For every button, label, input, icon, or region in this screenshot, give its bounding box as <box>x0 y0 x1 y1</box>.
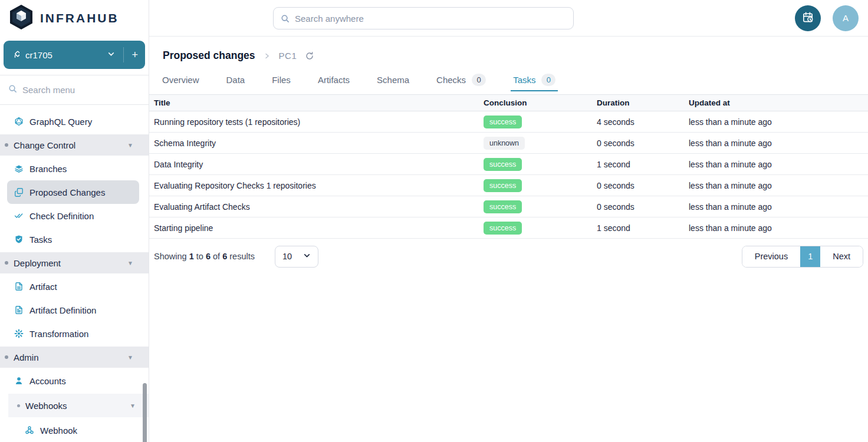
tab-files[interactable]: Files <box>271 68 292 91</box>
branches-icon <box>14 164 24 173</box>
cell-updated-at: less than a minute ago <box>689 160 868 169</box>
avatar[interactable]: A <box>833 5 859 31</box>
sidebar-item-label: Proposed Changes <box>29 187 105 197</box>
cell-title: Schema Integrity <box>154 138 484 148</box>
tab-artifacts[interactable]: Artifacts <box>317 68 351 91</box>
tab-bar: OverviewDataFilesArtifactsSchemaChecks0T… <box>149 68 868 91</box>
status-badge: unknown <box>484 137 525 150</box>
sidebar-item-branches[interactable]: Branches <box>7 157 139 180</box>
logo[interactable]: INFRAHUB <box>0 0 149 37</box>
tab-label: Tasks <box>513 75 535 85</box>
sidebar-item-graphql-query[interactable]: GraphQL Query <box>7 110 139 133</box>
cell-updated-at: less than a minute ago <box>689 223 868 233</box>
tab-overview[interactable]: Overview <box>161 68 200 91</box>
chevron-down-icon[interactable] <box>107 50 115 60</box>
global-search-input[interactable] <box>295 14 542 24</box>
cell-conclusion: success <box>484 179 597 192</box>
results-from: 1 <box>189 252 194 261</box>
cell-updated-at: less than a minute ago <box>689 117 868 127</box>
sidebar-section-change-control[interactable]: Change Control▼ <box>0 134 149 156</box>
chevron-right-icon <box>264 52 271 60</box>
bullet-icon <box>17 404 20 407</box>
column-header-duration: Duration <box>597 98 689 107</box>
bullet-icon <box>5 261 8 265</box>
infrahub-logo-icon <box>8 4 34 33</box>
page-size-value: 10 <box>282 252 292 261</box>
tab-label: Artifacts <box>318 75 350 85</box>
status-badge: success <box>484 179 522 192</box>
tab-tasks[interactable]: Tasks0 <box>512 68 557 91</box>
artifact-definition-icon <box>14 305 24 315</box>
sidebar-scrollbar[interactable] <box>143 383 147 442</box>
sidebar-item-label: Artifact Definition <box>29 305 96 315</box>
page-size-select[interactable]: 10 <box>275 246 318 268</box>
cell-conclusion: unknown <box>484 137 597 150</box>
proposed-changes-icon <box>14 187 24 197</box>
tab-schema[interactable]: Schema <box>376 68 410 91</box>
time-travel-button[interactable] <box>795 5 821 31</box>
menu-search <box>0 75 149 104</box>
menu-search-input[interactable] <box>22 85 123 95</box>
add-branch-button[interactable]: + <box>131 49 138 61</box>
tab-data[interactable]: Data <box>225 68 246 91</box>
cell-conclusion: success <box>484 116 597 128</box>
sidebar-menu: GraphQL QueryChange Control▼BranchesProp… <box>0 105 149 442</box>
main-area: A Proposed changes PC1 OverviewDataFiles… <box>149 0 868 442</box>
table-row[interactable]: Evaluating Repository Checks 1 repositor… <box>149 175 868 196</box>
tab-label: Checks <box>436 75 466 85</box>
sidebar-item-transformation[interactable]: Transformation <box>7 322 139 345</box>
table-row[interactable]: Running repository tests (1 repositories… <box>149 111 868 133</box>
table-row[interactable]: Schema Integrityunknown0 secondsless tha… <box>149 133 868 154</box>
status-badge: success <box>484 200 522 213</box>
tab-label: Overview <box>162 75 199 85</box>
table-row[interactable]: Starting pipelinesuccess1 secondless tha… <box>149 217 868 239</box>
search-icon <box>8 84 17 95</box>
sidebar-section-admin[interactable]: Admin▼ <box>0 347 149 368</box>
tab-label: Schema <box>377 75 409 85</box>
graphql-icon <box>14 117 24 126</box>
sidebar-item-tasks[interactable]: Tasks <box>7 227 139 251</box>
page-1-button[interactable]: 1 <box>800 246 820 267</box>
next-button[interactable]: Next <box>820 246 863 267</box>
sidebar-item-label: Accounts <box>29 376 66 386</box>
page-title: Proposed changes <box>163 50 255 62</box>
cell-duration: 1 second <box>597 223 689 233</box>
transformation-icon <box>14 329 24 338</box>
cell-conclusion: success <box>484 158 597 171</box>
sidebar-item-check-definition[interactable]: Check Definition <box>7 204 139 227</box>
cell-conclusion: success <box>484 200 597 213</box>
tab-checks[interactable]: Checks0 <box>435 68 487 91</box>
sidebar-item-artifact[interactable]: Artifact <box>7 275 139 298</box>
tab-count-badge: 0 <box>472 74 486 86</box>
sidebar-item-proposed-changes[interactable]: Proposed Changes <box>7 180 139 204</box>
webhook-icon <box>25 425 34 435</box>
refresh-button[interactable] <box>305 51 314 61</box>
status-badge: success <box>484 116 522 128</box>
sidebar-item-label: Webhook <box>40 425 77 436</box>
table-row[interactable]: Data Integritysuccess1 secondless than a… <box>149 154 868 175</box>
tasks-icon <box>14 235 24 244</box>
breadcrumb: Proposed changes PC1 <box>149 37 868 62</box>
tab-count-badge: 0 <box>541 74 555 86</box>
sidebar-item-label: Artifact <box>29 282 57 292</box>
sidebar-item-label: Tasks <box>29 235 52 245</box>
branch-icon <box>11 50 19 61</box>
triangle-down-icon: ▼ <box>127 354 133 361</box>
sidebar-section-webhooks[interactable]: Webhooks▼ <box>8 394 149 417</box>
table-row[interactable]: Evaluating Artifact Checkssuccess0 secon… <box>149 196 868 217</box>
previous-button[interactable]: Previous <box>742 246 800 267</box>
sidebar-item-accounts[interactable]: Accounts <box>7 369 139 392</box>
cell-duration: 1 second <box>597 160 689 169</box>
sidebar-item-label: Transformation <box>29 329 88 339</box>
header-actions: A <box>795 5 859 31</box>
sidebar-item-label: GraphQL Query <box>29 117 92 127</box>
sidebar-item-label: Branches <box>29 164 67 174</box>
branch-selector[interactable]: cr1705 + <box>4 41 145 69</box>
cell-title: Running repository tests (1 repositories… <box>154 117 484 127</box>
breadcrumb-item[interactable]: PC1 <box>279 51 297 61</box>
cell-conclusion: success <box>484 222 597 235</box>
triangle-down-icon: ▼ <box>127 142 133 149</box>
sidebar-item-webhook[interactable]: Webhook <box>18 418 139 442</box>
sidebar-section-deployment[interactable]: Deployment▼ <box>0 252 149 273</box>
sidebar-item-artifact-definition[interactable]: Artifact Definition <box>7 298 139 322</box>
